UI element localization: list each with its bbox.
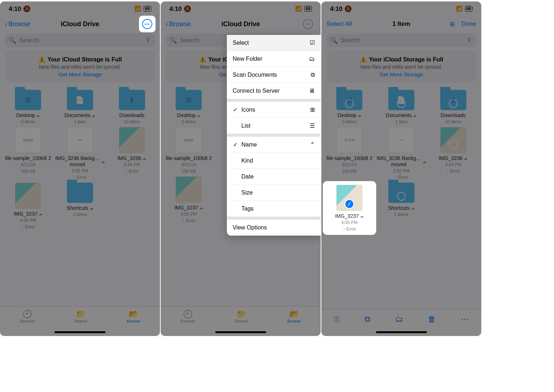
folder-desktop[interactable]: 🖥Desktop☁︎0 items [3, 90, 53, 125]
search-icon: 🔍 [330, 37, 338, 44]
home-indicator[interactable] [376, 331, 427, 333]
home-indicator[interactable] [215, 331, 266, 333]
more-button[interactable]: ••• [300, 16, 316, 32]
tab-recents[interactable]: 🕘Recents [20, 309, 35, 336]
search-input[interactable]: 🔍 Search 🎙 [5, 33, 155, 47]
back-browse[interactable]: ‹ Browse [5, 20, 30, 28]
duplicate-icon[interactable]: ⧉ [365, 315, 370, 324]
menu-size[interactable]: Size [227, 185, 321, 201]
menu-view-options[interactable]: View Options [227, 220, 321, 236]
folder-downloads[interactable]: ⬇︎Downloads10 items [428, 90, 478, 125]
menu-name[interactable]: ✓Name⌃ [227, 137, 321, 153]
search-icon: 🔍 [9, 37, 16, 44]
menu-date[interactable]: Date [227, 169, 321, 185]
tab-browse[interactable]: 📂Browse [288, 309, 301, 336]
file-3236[interactable]: IMG_3236☁︎3:44 PM↑ Error [428, 127, 478, 180]
folder-downloads[interactable]: ⬇︎Downloads10 items [107, 90, 157, 125]
folder-documents[interactable]: 📄Documents☁︎1 item [376, 90, 427, 125]
grid-icon: ⊞ [310, 106, 315, 113]
mic-icon[interactable]: 🎙 [145, 37, 151, 44]
file-3237-selected[interactable]: ✓ IMG_3237☁︎ 4:05 PM↑ Error [324, 183, 375, 233]
tab-browse[interactable]: 📂Browse [127, 309, 140, 336]
menu-select[interactable]: Select☑︎ [227, 35, 321, 51]
move-icon[interactable]: 🗂 [395, 315, 403, 324]
menu-kind[interactable]: Kind [227, 153, 321, 169]
storage-banner: ⚠️Your iCloud Storage is Full New files … [5, 51, 155, 83]
folder-documents[interactable]: 📄Documents☁︎1 item [55, 90, 105, 125]
menu-connect[interactable]: Connect to Server🖥 [227, 83, 321, 99]
more-icon[interactable]: ⋯ [461, 315, 469, 324]
scan-icon: ⧉ [311, 72, 315, 78]
menu-new-folder[interactable]: New Folder🗂 [227, 51, 321, 67]
select-all-button[interactable]: Select All [326, 20, 352, 28]
tab-recents[interactable]: 🕘Recents [181, 309, 195, 336]
file-sample[interactable]: ▤▤▤file-sample_100kB 28/21/24100 KB [164, 127, 214, 174]
status-bar: 4:10 🔕 📶 69 [321, 1, 481, 16]
grid-view-icon[interactable]: ⊞ [450, 20, 455, 28]
file-sample[interactable]: ▤▤▤file-sample_100kB 28/21/24100 KB [324, 127, 375, 180]
get-storage-link[interactable]: Get More Storage [330, 71, 473, 77]
check-circle-icon: ☑︎ [310, 39, 315, 46]
server-icon: 🖥 [309, 88, 315, 94]
more-button[interactable]: ••• [140, 16, 155, 32]
file-3237[interactable]: IMG_3237☁︎4:05 PM↑ Error [164, 176, 214, 224]
back-browse[interactable]: ‹ Browse [166, 20, 191, 28]
file-3236[interactable]: IMG_3236☁︎3:44 PM↑ Error [107, 127, 157, 180]
list-icon: ☰ [310, 122, 315, 129]
search-icon: 🔍 [169, 37, 177, 44]
file-3237[interactable]: IMG_3237☁︎4:05 PM↑ Error [3, 183, 53, 230]
mic-icon[interactable]: 🎙 [466, 37, 473, 44]
menu-list[interactable]: List☰ [227, 118, 321, 134]
chevron-up-icon: ⌃ [310, 141, 315, 148]
file-3236-bg[interactable]: ━━IMG_3236 Backg…moved☁︎3:52 PM↑ Error [376, 127, 427, 180]
folder-shortcuts[interactable]: Shortcuts☁︎2 items [376, 183, 427, 233]
file-3236-bg[interactable]: ━━IMG_3236 Backg…moved☁︎3:52 PM↑ Error [55, 127, 105, 180]
storage-banner: ⚠️Your iCloud Storage is Full New files … [326, 51, 476, 83]
menu-scan[interactable]: Scan Documents⧉ [227, 67, 321, 83]
trash-icon[interactable]: 🗑 [428, 315, 436, 324]
folder-desktop[interactable]: 🖥Desktop☁︎0 items [324, 90, 375, 125]
status-bar: 4:10 🔕 📶 69 [161, 1, 321, 16]
done-button[interactable]: Done [461, 20, 476, 28]
folder-plus-icon: 🗂 [309, 56, 315, 62]
share-icon[interactable]: ⇧⃞ [334, 315, 340, 324]
menu-icons[interactable]: ✓Icons⊞ [227, 102, 321, 118]
checkmark-icon: ✓ [345, 199, 354, 209]
status-bar: 4:10 🔕 📶 69 [0, 1, 160, 16]
warning-icon: ⚠️ [38, 56, 45, 63]
get-storage-link[interactable]: Get More Storage [9, 71, 151, 77]
menu-tags[interactable]: Tags [227, 201, 321, 217]
folder-shortcuts[interactable]: Shortcuts☁︎2 items [55, 183, 105, 230]
home-indicator[interactable] [55, 331, 105, 333]
search-input[interactable]: 🔍Search🎙 [326, 33, 476, 47]
context-menu: Select☑︎ New Folder🗂 Scan Documents⧉ Con… [227, 35, 321, 236]
folder-desktop[interactable]: 🖥Desktop☁︎0 items [164, 90, 214, 125]
file-sample[interactable]: ▤▤▤file-sample_100kB 28/21/24100 KB [3, 127, 53, 180]
